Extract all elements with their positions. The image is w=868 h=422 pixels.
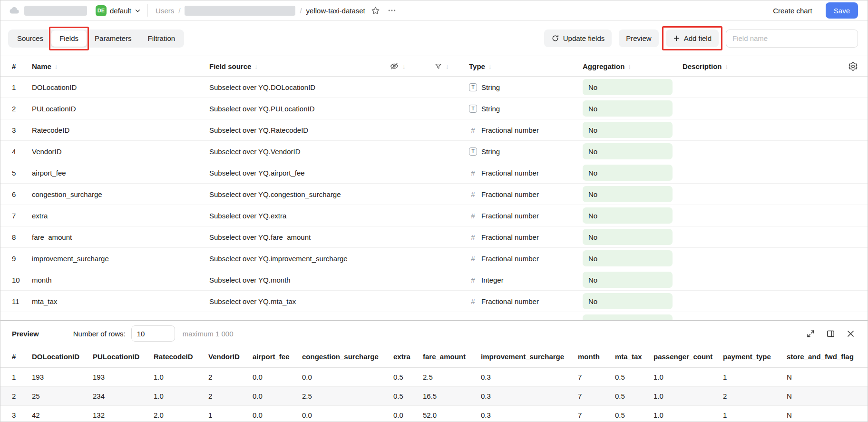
column-header-name[interactable]: Name↓ — [32, 62, 209, 70]
field-source: Subselect over YQ.RatecodeID — [209, 126, 390, 134]
preview-cell: 0.5 — [393, 367, 423, 386]
field-name-input[interactable] — [726, 29, 858, 48]
expand-preview-button[interactable] — [804, 327, 817, 340]
field-type-label: String — [481, 147, 500, 156]
field-type: #Fractional number — [469, 169, 583, 177]
preview-toggle-button[interactable]: Preview — [619, 29, 658, 47]
preview-column-header: passenger_count — [653, 346, 723, 367]
preview-table-body: 11931931.020.00.00.52.50.370.51.01N22523… — [0, 367, 868, 422]
row-index: 5 — [12, 169, 32, 177]
breadcrumb-separator: / — [300, 7, 302, 15]
preview-cell: 2 — [208, 367, 253, 386]
field-type: #Fractional number — [469, 233, 583, 241]
row-index: 11 — [12, 297, 32, 305]
field-name: mta_tax — [32, 297, 209, 305]
redacted-folder-name[interactable] — [185, 6, 295, 16]
preview-header-row: #DOLocationIDPULocationIDRatecodeIDVendo… — [0, 346, 868, 367]
aggregation-select[interactable]: No — [583, 143, 673, 159]
preview-column-header: RatecodeID — [154, 346, 208, 367]
tab-fields[interactable]: Fields — [51, 30, 87, 47]
preview-panel: Preview Number of rows: maximum 1 000 #D… — [0, 320, 868, 422]
preview-cell: 1.0 — [154, 367, 208, 386]
row-index: 1 — [12, 83, 32, 91]
preview-controls-bar: Preview Number of rows: maximum 1 000 — [0, 321, 868, 346]
aggregation-select[interactable]: No — [583, 186, 673, 202]
field-type-label: Fractional number — [481, 190, 539, 198]
favorite-star-icon[interactable] — [369, 4, 382, 17]
folder-switcher[interactable]: DE default — [94, 4, 143, 17]
sort-icon: ↓ — [254, 63, 258, 70]
breadcrumb: Users / / yellow-taxi-dataset — [156, 6, 365, 16]
number-type-icon: # — [469, 255, 477, 263]
preview-column-header: fare_amount — [423, 346, 481, 367]
aggregation-cell: No — [583, 143, 683, 159]
tab-parameters[interactable]: Parameters — [87, 30, 140, 47]
field-source: Subselect over YQ.extra — [209, 212, 390, 220]
tab-sources[interactable]: Sources — [9, 30, 51, 47]
aggregation-cell: No — [583, 314, 683, 320]
preview-cell: 52.0 — [423, 405, 481, 422]
field-type-label: Fractional number — [481, 126, 539, 134]
preview-column-header: DOLocationID — [32, 346, 93, 367]
plus-icon — [673, 35, 680, 42]
preview-column-header: VendorID — [208, 346, 253, 367]
aggregation-select[interactable]: No — [583, 165, 673, 181]
fields-table-header: # Name↓ Field source↓ ↓ ↓ Type↓ Aggregat… — [0, 56, 868, 77]
row-index: 6 — [12, 190, 32, 198]
preview-cell: 1.0 — [653, 405, 723, 422]
aggregation-select[interactable]: No — [583, 100, 673, 117]
save-button[interactable]: Save — [826, 2, 858, 19]
preview-layout-button[interactable] — [824, 327, 837, 340]
column-header-type-label: Type — [469, 62, 485, 70]
string-type-icon: T — [469, 83, 477, 91]
field-name: month — [32, 276, 209, 284]
preview-cell: 2.5 — [302, 386, 393, 405]
update-fields-button[interactable]: Update fields — [544, 29, 612, 47]
aggregation-select[interactable]: No — [583, 272, 673, 288]
aggregation-select[interactable]: No — [583, 79, 673, 95]
table-settings-button[interactable] — [825, 61, 858, 71]
column-header-hidden[interactable]: ↓ — [390, 61, 434, 71]
field-type: #Fractional number — [469, 255, 583, 263]
column-header-aggregation[interactable]: Aggregation↓ — [583, 62, 683, 70]
sort-icon: ↓ — [446, 63, 449, 70]
preview-cell: 0.5 — [393, 386, 423, 405]
row-index: 7 — [12, 212, 32, 220]
preview-cell: 0.0 — [302, 367, 393, 386]
filter-funnel-icon — [434, 62, 442, 70]
preview-cell: 2 — [208, 386, 253, 405]
rows-count-input[interactable] — [131, 325, 175, 342]
field-source: Subselect over YQ.fare_amount — [209, 233, 390, 241]
preview-cell: 16.5 — [423, 386, 481, 405]
column-header-type[interactable]: Type↓ — [469, 62, 583, 70]
table-row: 2PULocationIDSubselect over YQ.PULocatio… — [0, 98, 868, 119]
field-type: #Fractional number — [469, 190, 583, 198]
preview-cell: 0.0 — [253, 367, 302, 386]
table-row: 9improvement_surchargeSubselect over YQ.… — [0, 248, 868, 269]
tab-filtration[interactable]: Filtration — [140, 30, 184, 47]
field-name: airport_fee — [32, 169, 209, 177]
more-menu-icon[interactable] — [386, 4, 398, 17]
aggregation-select[interactable]: No — [583, 250, 673, 266]
field-source: Subselect over YQ.congestion_surcharge — [209, 190, 390, 198]
aggregation-select[interactable]: No — [583, 207, 673, 224]
preview-cell: 132 — [93, 405, 154, 422]
column-header-description[interactable]: Description↓ — [683, 62, 825, 70]
preview-cell: 1 — [208, 405, 253, 422]
close-preview-button[interactable] — [844, 327, 857, 340]
aggregation-select[interactable]: No — [583, 314, 673, 320]
aggregation-select[interactable]: No — [583, 293, 673, 309]
preview-cell: 0.5 — [615, 367, 653, 386]
rows-count-label: Number of rows: — [73, 330, 126, 338]
column-header-filter[interactable]: ↓ — [434, 62, 469, 70]
table-row: 7extraSubselect over YQ.extra#Fractional… — [0, 205, 868, 226]
add-field-button[interactable]: Add field — [666, 29, 719, 47]
field-type: #Fractional number — [469, 212, 583, 220]
table-row: 3421322.010.00.00.052.00.370.51.01N — [0, 405, 868, 422]
column-header-source[interactable]: Field source↓ — [209, 62, 390, 70]
aggregation-select[interactable]: No — [583, 122, 673, 138]
aggregation-cell: No — [583, 272, 683, 288]
create-chart-button[interactable]: Create chart — [772, 5, 813, 17]
aggregation-select[interactable]: No — [583, 229, 673, 245]
breadcrumb-users[interactable]: Users — [156, 7, 174, 15]
